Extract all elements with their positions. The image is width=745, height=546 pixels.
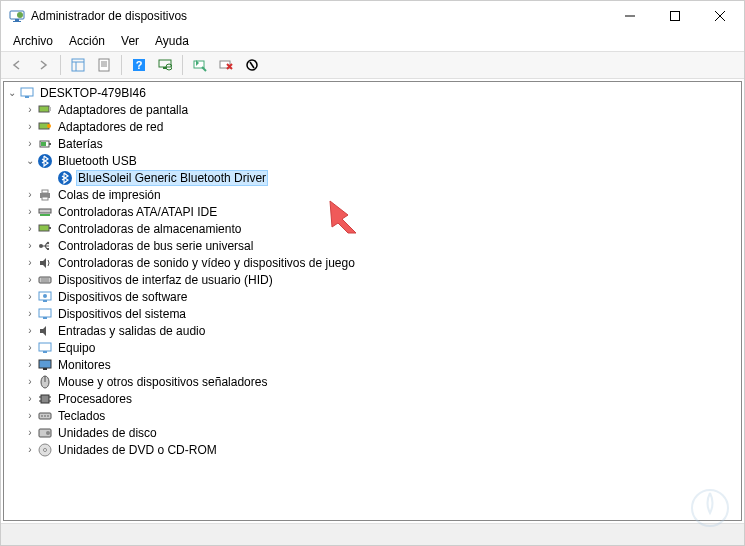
chevron-right-icon[interactable]: › — [24, 189, 36, 200]
chevron-right-icon[interactable]: › — [24, 359, 36, 370]
node-ata-controllers[interactable]: ›Controladoras ATA/ATAPI IDE — [4, 203, 741, 220]
node-computer[interactable]: ›Equipo — [4, 339, 741, 356]
chevron-right-icon[interactable]: › — [24, 376, 36, 387]
svg-rect-11 — [99, 59, 109, 71]
menu-accion[interactable]: Acción — [61, 32, 113, 50]
chevron-right-icon[interactable]: › — [24, 342, 36, 353]
scan-hardware-button[interactable] — [153, 53, 177, 77]
svg-rect-39 — [39, 225, 49, 231]
node-audio-io[interactable]: ›Entradas y salidas de audio — [4, 322, 741, 339]
chevron-right-icon[interactable]: › — [24, 393, 36, 404]
chevron-right-icon[interactable]: › — [24, 274, 36, 285]
sound-icon — [37, 255, 53, 271]
tree-label: Baterías — [56, 137, 105, 151]
tree-label: Adaptadores de pantalla — [56, 103, 190, 117]
audio-icon — [37, 323, 53, 339]
computer-icon — [19, 85, 35, 101]
tree-label: Equipo — [56, 341, 97, 355]
node-bluesoleil-driver[interactable]: BlueSoleil Generic Bluetooth Driver — [4, 169, 741, 186]
node-monitors[interactable]: ›Monitores — [4, 356, 741, 373]
svg-rect-40 — [49, 227, 51, 229]
chevron-down-icon[interactable]: ⌄ — [6, 87, 18, 98]
svg-rect-38 — [40, 214, 50, 216]
back-button[interactable] — [5, 53, 29, 77]
tree-label: Dispositivos de interfaz de usuario (HID… — [56, 273, 275, 287]
svg-rect-5 — [670, 12, 679, 21]
node-dvd-drives[interactable]: ›Unidades de DVD o CD-ROM — [4, 441, 741, 458]
menu-ayuda[interactable]: Ayuda — [147, 32, 197, 50]
chevron-right-icon[interactable]: › — [24, 427, 36, 438]
node-software-devices[interactable]: ›Dispositivos de software — [4, 288, 741, 305]
chevron-right-icon[interactable]: › — [24, 308, 36, 319]
network-adapter-icon — [37, 119, 53, 135]
update-driver-button[interactable] — [188, 53, 212, 77]
tree-label: Mouse y otros dispositivos señaladores — [56, 375, 269, 389]
svg-rect-55 — [43, 368, 47, 370]
chevron-right-icon[interactable]: › — [24, 325, 36, 336]
root-node[interactable]: ⌄ DESKTOP-479BI46 — [4, 84, 741, 101]
properties-button[interactable] — [92, 53, 116, 77]
chevron-right-icon[interactable]: › — [24, 121, 36, 132]
show-hide-tree-button[interactable] — [66, 53, 90, 77]
tree-label: Teclados — [56, 409, 107, 423]
close-button[interactable] — [697, 2, 742, 30]
node-system-devices[interactable]: ›Dispositivos del sistema — [4, 305, 741, 322]
chevron-right-icon[interactable]: › — [24, 257, 36, 268]
tree-label: Controladoras de sonido y vídeo y dispos… — [56, 256, 357, 270]
svg-point-42 — [47, 241, 49, 243]
svg-rect-26 — [49, 107, 51, 111]
chevron-right-icon[interactable]: › — [24, 223, 36, 234]
menu-archivo[interactable]: Archivo — [5, 32, 61, 50]
node-processors[interactable]: ›Procesadores — [4, 390, 741, 407]
device-tree[interactable]: ⌄ DESKTOP-479BI46 ›Adaptadores de pantal… — [3, 81, 742, 521]
maximize-button[interactable] — [652, 2, 697, 30]
disable-button[interactable] — [240, 53, 264, 77]
help-button[interactable]: ? — [127, 53, 151, 77]
tree-label: Entradas y salidas de audio — [56, 324, 207, 338]
node-batteries[interactable]: ›Baterías — [4, 135, 741, 152]
storage-controller-icon — [37, 221, 53, 237]
tree-label: BlueSoleil Generic Bluetooth Driver — [76, 170, 268, 186]
node-sound-controllers[interactable]: ›Controladoras de sonido y vídeo y dispo… — [4, 254, 741, 271]
node-network-adapters[interactable]: ›Adaptadores de red — [4, 118, 741, 135]
chevron-right-icon[interactable]: › — [24, 104, 36, 115]
node-display-adapters[interactable]: ›Adaptadores de pantalla — [4, 101, 741, 118]
node-print-queues[interactable]: ›Colas de impresión — [4, 186, 741, 203]
title-bar: Administrador de dispositivos — [1, 1, 744, 31]
tree-label: Procesadores — [56, 392, 134, 406]
svg-rect-48 — [43, 300, 47, 302]
svg-rect-23 — [21, 88, 33, 96]
node-bluetooth-usb[interactable]: ⌄Bluetooth USB — [4, 152, 741, 169]
display-adapter-icon — [37, 102, 53, 118]
bluetooth-icon — [57, 170, 73, 186]
svg-rect-8 — [72, 59, 84, 71]
svg-point-65 — [44, 415, 46, 417]
node-usb-controllers[interactable]: ›Controladoras de bus serie universal — [4, 237, 741, 254]
chevron-down-icon[interactable]: ⌄ — [24, 155, 36, 166]
svg-rect-24 — [25, 96, 29, 98]
svg-point-64 — [41, 415, 43, 417]
chevron-right-icon[interactable]: › — [24, 444, 36, 455]
node-hid-devices[interactable]: ›Dispositivos de interfaz de usuario (HI… — [4, 271, 741, 288]
dvd-drive-icon — [37, 442, 53, 458]
svg-rect-30 — [49, 143, 51, 145]
chevron-right-icon[interactable]: › — [24, 206, 36, 217]
app-icon — [9, 8, 25, 24]
uninstall-button[interactable] — [214, 53, 238, 77]
processor-icon — [37, 391, 53, 407]
chevron-right-icon[interactable]: › — [24, 138, 36, 149]
node-mouse[interactable]: ›Mouse y otros dispositivos señaladores — [4, 373, 741, 390]
svg-text:?: ? — [136, 59, 143, 71]
chevron-right-icon[interactable]: › — [24, 291, 36, 302]
minimize-button[interactable] — [607, 2, 652, 30]
chevron-right-icon[interactable]: › — [24, 240, 36, 251]
forward-button[interactable] — [31, 53, 55, 77]
chevron-right-icon[interactable]: › — [24, 410, 36, 421]
svg-rect-53 — [43, 351, 47, 353]
menu-ver[interactable]: Ver — [113, 32, 147, 50]
mouse-icon — [37, 374, 53, 390]
node-keyboards[interactable]: ›Teclados — [4, 407, 741, 424]
node-disk-drives[interactable]: ›Unidades de disco — [4, 424, 741, 441]
node-storage-controllers[interactable]: ›Controladoras de almacenamiento — [4, 220, 741, 237]
svg-rect-2 — [13, 21, 21, 22]
